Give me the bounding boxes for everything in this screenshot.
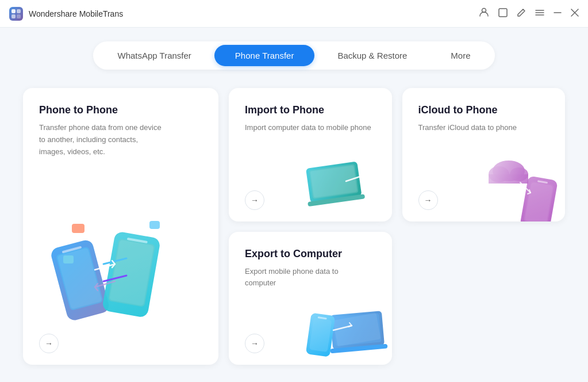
arrow-phone-to-phone[interactable]: → xyxy=(39,334,59,353)
svg-rect-0 xyxy=(11,9,16,13)
card-phone-to-phone-desc: Transfer phone data from one device to a… xyxy=(39,122,166,158)
arrow-import-to-phone[interactable]: → xyxy=(245,190,264,210)
card-phone-to-phone[interactable]: Phone to Phone Transfer phone data from … xyxy=(23,88,218,365)
minimize-icon[interactable] xyxy=(554,9,562,19)
svg-rect-5 xyxy=(499,9,507,17)
card-icloud-desc: Transfer iCloud data to phone xyxy=(418,122,545,134)
cards-grid: Phone to Phone Transfer phone data from … xyxy=(23,88,565,365)
profile-icon[interactable] xyxy=(479,7,489,20)
card-export-to-computer[interactable]: Export to Computer Export mobile phone d… xyxy=(229,232,392,365)
card-icloud-title: iCloud to Phone xyxy=(418,104,549,116)
main-content: WhatsApp Transfer Phone Transfer Backup … xyxy=(0,28,588,382)
tab-navigation: WhatsApp Transfer Phone Transfer Backup … xyxy=(93,41,494,70)
illustration-icloud xyxy=(479,147,559,216)
tab-backup-restore[interactable]: Backup & Restore xyxy=(317,45,428,66)
svg-rect-34 xyxy=(489,174,528,184)
card-phone-to-phone-title: Phone to Phone xyxy=(39,104,202,116)
edit-icon[interactable] xyxy=(517,8,526,20)
arrow-icloud-to-phone[interactable]: → xyxy=(418,190,438,210)
window-icon[interactable] xyxy=(498,8,508,20)
close-icon[interactable] xyxy=(571,9,579,19)
app-icon xyxy=(9,7,23,21)
titlebar: Wondershare MobileTrans xyxy=(0,0,588,28)
tab-whatsapp-transfer[interactable]: WhatsApp Transfer xyxy=(97,45,212,66)
window-controls xyxy=(479,7,579,20)
card-import-title: Import to Phone xyxy=(245,104,376,116)
svg-rect-1 xyxy=(17,9,21,13)
svg-rect-20 xyxy=(72,224,84,233)
titlebar-left: Wondershare MobileTrans xyxy=(9,7,123,21)
svg-rect-3 xyxy=(17,14,21,18)
card-import-desc: Import computer data to mobile phone xyxy=(245,122,371,134)
tab-more[interactable]: More xyxy=(430,45,491,66)
svg-rect-22 xyxy=(63,255,74,263)
illustration-export xyxy=(300,284,386,359)
card-icloud-to-phone[interactable]: iCloud to Phone Transfer iCloud data to … xyxy=(402,88,566,221)
tab-phone-transfer[interactable]: Phone Transfer xyxy=(214,45,315,66)
svg-rect-2 xyxy=(11,14,16,18)
card-export-title: Export to Computer xyxy=(245,248,376,260)
illustration-phone-to-phone xyxy=(40,207,190,333)
menu-icon[interactable] xyxy=(535,8,544,20)
arrow-export-to-computer[interactable]: → xyxy=(245,334,264,353)
app-title: Wondershare MobileTrans xyxy=(29,9,123,18)
card-import-to-phone[interactable]: Import to Phone Import computer data to … xyxy=(229,88,392,221)
svg-rect-21 xyxy=(149,221,160,229)
illustration-import xyxy=(306,147,386,216)
